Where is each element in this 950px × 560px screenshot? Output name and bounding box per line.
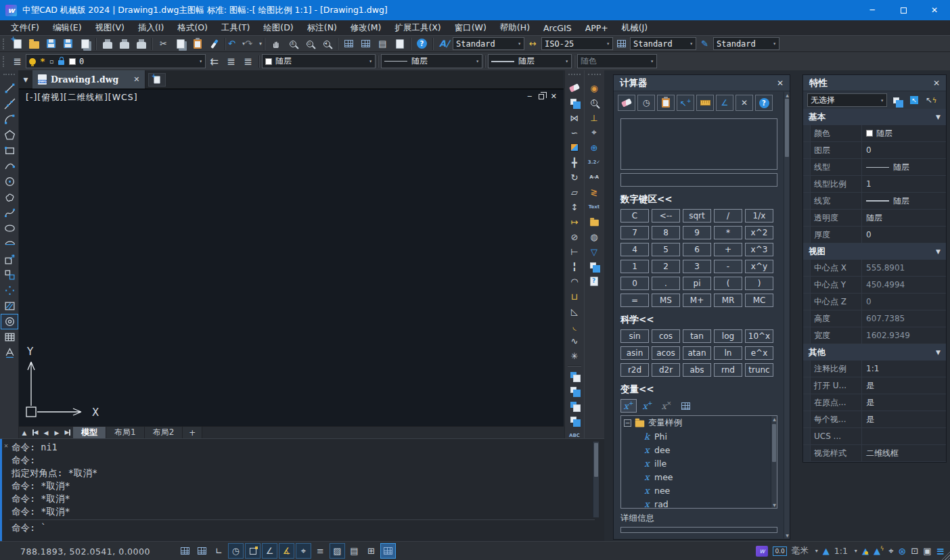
new-button[interactable]: + (9, 37, 26, 51)
numpad-section-label[interactable]: 数字键区<< (620, 193, 783, 206)
modify-blend-button[interactable]: ∿ (566, 333, 583, 348)
annotation-scale-value[interactable]: 1:1 (834, 546, 848, 556)
property-value[interactable]: 555.8901 (862, 260, 946, 276)
calc-key[interactable]: 4 (620, 243, 649, 256)
table-tool-button[interactable] (1, 329, 18, 345)
paste-to-cmdline-button[interactable] (657, 95, 675, 111)
quickprops-toggle[interactable]: ▤ (346, 543, 362, 559)
save-button[interactable] (43, 37, 60, 51)
document-tab[interactable]: Drawing1.dwg ✕ (32, 70, 145, 89)
color-combo[interactable]: 随层 ▾ (262, 54, 376, 68)
viewport-label[interactable]: [-][俯视][二维线框][WCS] (26, 92, 138, 103)
collapse-icon[interactable]: − (624, 419, 631, 427)
menu-express[interactable]: 扩展工具(X) (388, 20, 447, 35)
revcloud-tool-button[interactable] (1, 189, 18, 205)
toolbar-grip[interactable] (3, 39, 6, 49)
status-menu-icon[interactable]: ≡ (936, 545, 945, 557)
ortho-toggle[interactable]: ∟ (211, 543, 227, 559)
scroll-down-icon[interactable]: ▼ (784, 533, 790, 538)
calc-key[interactable]: atan (683, 346, 711, 360)
menu-app-plus[interactable]: APP+ (579, 20, 615, 35)
order-bring-front-button[interactable] (566, 369, 583, 383)
calc-key[interactable]: M+ (683, 294, 711, 307)
ellipse-tool-button[interactable] (1, 220, 18, 236)
polar-toggle[interactable]: ◷ (228, 543, 244, 559)
calc-key[interactable]: trunc (745, 363, 773, 377)
annotation-monitor-toggle[interactable]: ⊞ (363, 543, 379, 559)
zoom-window-button[interactable]: ▫ (301, 37, 318, 51)
calc-key[interactable]: ln (714, 346, 742, 360)
calc-key[interactable]: + (714, 243, 742, 256)
polygon-tool-button[interactable] (1, 127, 18, 143)
edit-variable-button[interactable]: x+ (639, 399, 656, 413)
property-value[interactable]: 450.4994 (862, 277, 946, 293)
property-value[interactable]: 随层 (862, 210, 946, 226)
calc-key[interactable]: rnd (714, 363, 742, 377)
line-tool-button[interactable] (1, 80, 18, 96)
calculator-history-box[interactable] (620, 118, 777, 170)
mech-views-stack-button[interactable] (585, 259, 603, 274)
order-send-back-button[interactable] (566, 383, 583, 398)
menu-mechanical[interactable]: 机械(J) (615, 20, 654, 35)
dim-style-combo[interactable]: ISO-25 ▾ (541, 37, 613, 50)
viewport-close-icon[interactable]: ✕ (551, 92, 557, 101)
open-button[interactable] (26, 37, 43, 51)
plot-button[interactable] (99, 37, 116, 51)
property-value[interactable]: 1 (862, 176, 946, 192)
calc-key[interactable]: MS (652, 294, 680, 307)
property-value[interactable]: 1:1 (862, 360, 946, 377)
calc-key[interactable]: x^2 (745, 226, 773, 239)
property-value[interactable]: 1602.9349 (862, 327, 946, 344)
calculator-input[interactable] (620, 173, 777, 187)
window-close-button[interactable]: ✕ (919, 0, 950, 20)
tree-scrollbar[interactable]: ▲ ▼ (771, 416, 777, 508)
property-value[interactable]: 607.7385 (862, 310, 946, 327)
menu-tools[interactable]: 工具(T) (214, 20, 256, 35)
lineweight-combo[interactable]: 随层 ▾ (488, 54, 572, 68)
order-send-under-button[interactable] (566, 413, 583, 428)
layouts-first-button[interactable]: ◀ (30, 427, 41, 438)
layer-translate-button[interactable]: ≣ (240, 54, 256, 69)
calc-key[interactable]: 2 (652, 260, 680, 273)
tab-model[interactable]: 模型 (73, 427, 106, 439)
calc-key[interactable]: ( (714, 277, 742, 290)
calc-key[interactable]: cos (652, 329, 680, 343)
properties-titlebar[interactable]: 特性 ✕ (803, 75, 946, 91)
grid-toggle[interactable] (194, 543, 210, 559)
property-value[interactable]: 0 (862, 294, 946, 310)
variable-item[interactable]: x ille (621, 457, 777, 470)
point-tool-button[interactable] (1, 283, 18, 298)
modify-mirror-button[interactable]: ⋈ (566, 110, 583, 125)
command-input[interactable]: 命令: ` (12, 522, 46, 534)
calc-key[interactable]: r2d (620, 363, 649, 377)
modify-chamfer-button[interactable]: ◺ (566, 304, 583, 319)
mech-axis-button[interactable]: ⊥ (585, 110, 603, 125)
command-history[interactable]: 命令: ni1 命令: 指定对角点: *取消* 命令: *取消* 命令: *取消… (12, 441, 584, 518)
calc-key[interactable]: 5 (652, 243, 680, 256)
modify-erase-button[interactable] (566, 80, 583, 95)
create-block-tool-button[interactable] (1, 267, 18, 283)
mech-balloon-button[interactable]: ◍ (585, 229, 603, 244)
variable-item[interactable]: x nee (621, 484, 777, 497)
property-value[interactable]: 是 (862, 411, 946, 427)
tab-layout2[interactable]: 布局2 (145, 427, 183, 439)
pan-button[interactable] (267, 37, 284, 51)
table-style-combo[interactable]: Standard ▾ (630, 37, 696, 50)
delete-variable-button[interactable]: x× (658, 399, 675, 413)
zoom-realtime-button[interactable]: ± (284, 37, 301, 51)
calc-key[interactable]: * (714, 226, 742, 239)
layer-on-icon[interactable] (29, 58, 36, 65)
mech-weld-symbol-button[interactable]: ≷ (585, 185, 603, 200)
arc-tool-button[interactable] (1, 112, 18, 127)
quick-select-button[interactable] (890, 94, 904, 106)
calc-key[interactable]: / (714, 209, 742, 223)
insert-block-tool-button[interactable] (1, 252, 18, 267)
close-icon[interactable]: ✕ (933, 78, 940, 88)
property-value[interactable]: 二维线框 (862, 445, 946, 461)
table-button[interactable] (340, 37, 357, 51)
plot-preview-button[interactable] (116, 37, 133, 51)
mech-text-button[interactable]: Text (585, 200, 603, 214)
osnap-toggle[interactable] (245, 543, 261, 559)
calc-key[interactable]: acos (652, 346, 680, 360)
modify-fillet-button[interactable]: ◟ (566, 319, 583, 333)
